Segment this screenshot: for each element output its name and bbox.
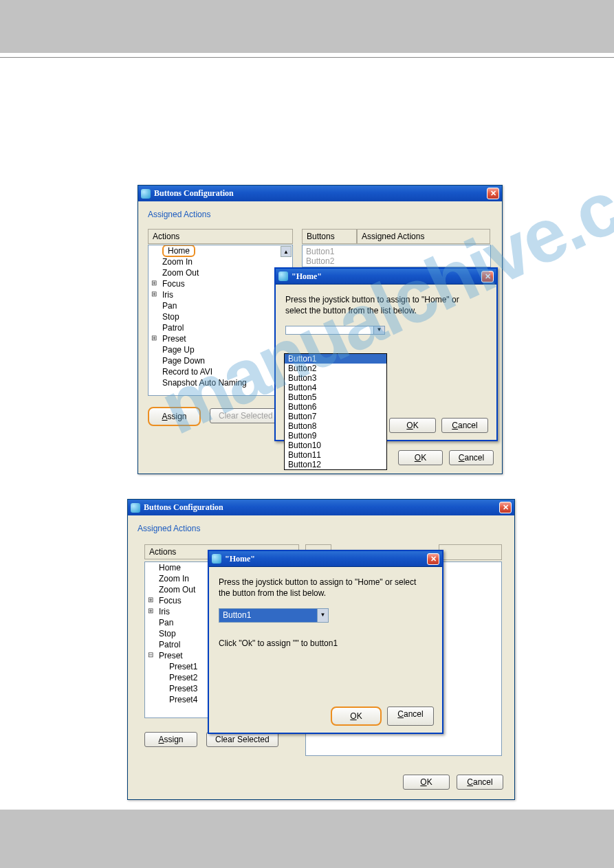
cancel-button[interactable]: Cancel [457,775,503,790]
dropdown-option[interactable]: Button11 [285,450,386,460]
list-item[interactable]: Button1 [306,247,487,256]
app-icon [141,189,151,199]
dropdown-option[interactable]: Button2 [285,364,386,373]
popup-message: Press the joystick button to assign to "… [219,577,425,599]
tree-item[interactable]: Record to AVI [149,366,292,377]
dropdown-option[interactable]: Button10 [285,441,386,450]
chevron-down-icon[interactable]: ▼ [317,609,328,621]
dropdown-option[interactable]: Button9 [285,431,386,441]
actions-header[interactable]: Actions [148,229,293,244]
list-item[interactable]: Button2 [306,256,487,266]
top-gray-bar [0,0,614,53]
tree-item[interactable]: Page Down [149,355,292,366]
assign-button[interactable]: Assign [144,732,197,747]
tree-item[interactable]: Preset [149,333,292,344]
button-dropdown[interactable]: Button1 Button2 Button3 Button4 Button5 … [284,353,387,470]
window-title: Buttons Configuration [154,188,487,199]
dropdown-option[interactable]: Button5 [285,392,386,402]
popup-title: "Home" [225,554,427,564]
dropdown-option[interactable]: Button12 [285,460,386,469]
dropdown-option[interactable]: Button1 [285,354,386,364]
ok-button[interactable]: OK [403,775,450,790]
selected-value: Button1 [219,609,317,621]
tree-item[interactable]: Focus [149,278,292,289]
button-select[interactable]: ▼ [285,326,385,335]
tree-item[interactable]: Stop [149,311,292,322]
confirm-text: Click "Ok" to assign "" to button1 [219,638,432,649]
divider [0,57,614,58]
ok-button[interactable]: OK [331,706,382,726]
titlebar[interactable]: "Home" ✕ [276,269,496,285]
group-label: Assigned Actions [148,210,502,219]
clear-selected-button: Clear Selected [210,408,282,423]
close-icon[interactable]: ✕ [427,553,439,565]
assign-home-popup-2: "Home" ✕ Press the joystick button to as… [208,550,443,734]
tree-item[interactable]: Patrol [149,322,292,333]
tree-item[interactable]: Zoom Out [149,267,292,278]
tree-item[interactable]: Pan [149,300,292,311]
close-icon[interactable]: ✕ [481,271,494,282]
titlebar[interactable]: "Home" ✕ [209,551,442,567]
hidden-header [439,544,502,560]
window-title: Buttons Configuration [144,502,499,513]
titlebar[interactable]: Buttons Configuration ✕ [138,186,502,201]
dropdown-option[interactable]: Button4 [285,383,386,392]
buttons-list[interactable]: Button1 Button2 [302,245,491,267]
dropdown-option[interactable]: Button6 [285,402,386,412]
bottom-gray-bar [0,810,614,868]
tree-item[interactable]: Snapshot Auto Naming [149,377,292,388]
tree-item-home[interactable]: Home [149,245,292,256]
tree-item[interactable]: Page Up [149,344,292,355]
app-icon [212,554,221,564]
close-icon[interactable]: ✕ [487,188,499,199]
ok-button[interactable]: OK [398,450,443,465]
popup-title: "Home" [292,271,481,282]
button-select[interactable]: Button1 ▼ [219,608,329,622]
cancel-button[interactable]: Cancel [449,450,494,465]
assign-button[interactable]: Assign [148,407,201,426]
cancel-button[interactable]: Cancel [387,706,434,726]
dropdown-option[interactable]: Button7 [285,412,386,421]
dropdown-option[interactable]: Button3 [285,373,386,383]
chevron-down-icon[interactable]: ▼ [373,326,384,334]
clear-selected-button[interactable]: Clear Selected [206,732,278,747]
popup-message: Press the joystick button to assign to "… [285,294,478,316]
dropdown-option[interactable]: Button8 [285,421,386,431]
ok-button[interactable]: OK [389,418,436,433]
app-icon [131,503,140,513]
close-icon[interactable]: ✕ [499,502,512,513]
assigned-actions-header[interactable]: Assigned Actions [357,229,490,244]
tree-item[interactable]: Zoom In [149,256,292,267]
actions-tree[interactable]: ▲ Home Zoom In Zoom Out Focus Iris Pan S… [148,245,293,396]
titlebar[interactable]: Buttons Configuration ✕ [128,500,514,515]
tree-item[interactable]: Iris [149,289,292,300]
cancel-button[interactable]: Cancel [441,418,488,433]
group-label: Assigned Actions [138,524,514,533]
buttons-header[interactable]: Buttons [302,229,357,244]
app-icon [278,271,288,281]
